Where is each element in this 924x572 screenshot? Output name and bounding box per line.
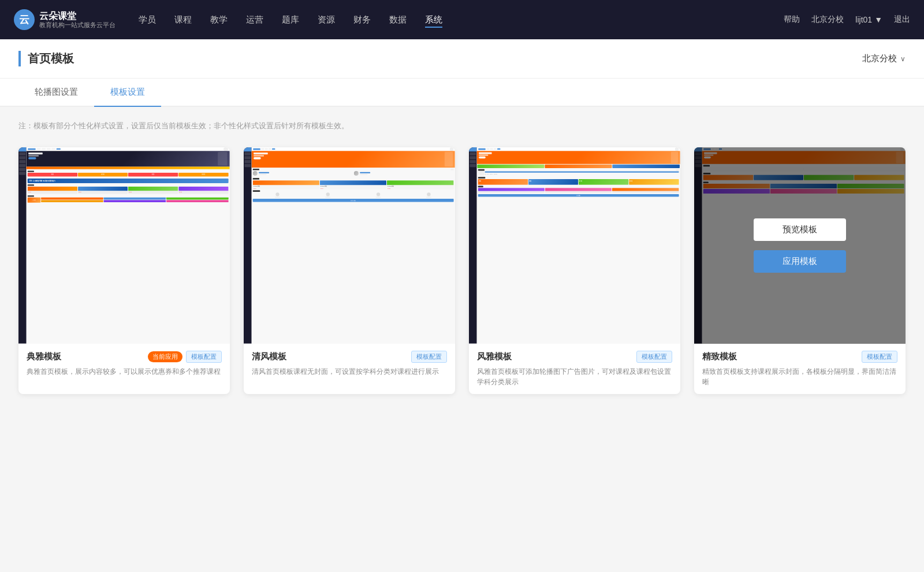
template-preview-fengya: ¥1¥1¥100¥1000 课程 (469, 147, 680, 344)
tabs: 轮播图设置 模板设置 (18, 79, 906, 106)
template-desc-jingzhi: 精致首页模板支持课程展示封面，各模板分隔明显，界面简洁清晰 (702, 366, 897, 387)
template-name-qingfeng: 清风模板 (252, 351, 286, 362)
preview-overlay-jingzhi: 预览模板 应用模板 (694, 147, 906, 344)
nav-item-resources[interactable]: 资源 (318, 12, 335, 28)
template-name-fengya: 风雅模板 (477, 351, 512, 362)
nav-item-courses[interactable]: 课程 (174, 12, 192, 28)
navbar: 云 云朵课堂 教育机构一站式服务云平台 学员 课程 教学 运营 题库 资源 财务… (0, 0, 924, 39)
tab-template[interactable]: 模板设置 (94, 79, 161, 107)
template-grid: ¥30 ¥200 ¥30 ¥200 30天 让你摆脱平庸 知识使你更有魅力 (18, 147, 906, 394)
template-preview-qingfeng: Python课程 ¥499 Python课程 ¥499 (244, 147, 455, 344)
template-name-row-qingfeng: 清风模板 模板配置 (252, 351, 447, 363)
nav-username: lijt01 (855, 15, 872, 24)
tabs-container: 轮播图设置 模板设置 (0, 79, 924, 107)
badge-config-jingzhi[interactable]: 模板配置 (862, 351, 897, 363)
logo: 云 云朵课堂 教育机构一站式服务云平台 (14, 9, 116, 30)
template-card-dianyan: ¥30 ¥200 ¥30 ¥200 30天 让你摆脱平庸 知识使你更有魅力 (18, 147, 230, 394)
template-name-row-fengya: 风雅模板 模板配置 (477, 351, 672, 363)
nav-item-questionbank[interactable]: 题库 (282, 12, 299, 28)
nav-item-teaching[interactable]: 教学 (210, 12, 228, 28)
template-badges-jingzhi: 模板配置 (862, 351, 897, 363)
branch-selector[interactable]: 北京分校 ∨ (862, 53, 906, 64)
branch-selector-label: 北京分校 (862, 53, 897, 64)
template-name-row: 典雅模板 当前应用 模板配置 (27, 351, 222, 363)
logo-icon: 云 (14, 9, 35, 30)
template-name-row-jingzhi: 精致模板 模板配置 (702, 351, 897, 363)
mock-site-fengya: ¥1¥1¥100¥1000 课程 (469, 147, 680, 344)
template-desc-fengya: 风雅首页模板可添加轮播图下广告图片，可对课程及课程包设置学科分类展示 (477, 366, 672, 387)
template-card-jingzhi: 预览模板 应用模板 (694, 147, 906, 394)
notice: 注：模板有部分个性化样式设置，设置后仅当前模板生效；非个性化样式设置后针对所有模… (18, 121, 906, 131)
nav-item-operations[interactable]: 运营 (246, 12, 263, 28)
nav-item-students[interactable]: 学员 (139, 12, 156, 28)
nav-branch[interactable]: 北京分校 (811, 14, 844, 25)
template-preview-dianyan: ¥30 ¥200 ¥30 ¥200 30天 让你摆脱平庸 知识使你更有魅力 (18, 147, 230, 344)
logo-main: 云朵课堂 (39, 10, 116, 21)
template-name: 典雅模板 (27, 351, 61, 362)
nav-item-data[interactable]: 数据 (389, 12, 407, 28)
template-badges-fengya: 模板配置 (636, 351, 672, 363)
btn-apply-jingzhi[interactable]: 应用模板 (754, 250, 846, 273)
page-header: 首页模板 北京分校 ∨ (0, 39, 924, 79)
logo-sub: 教育机构一站式服务云平台 (39, 21, 116, 29)
template-badges-qingfeng: 模板配置 (411, 351, 447, 363)
nav-user[interactable]: lijt01 ▼ (855, 15, 882, 24)
nav-item-system[interactable]: 系统 (425, 12, 442, 28)
nav-user-arrow: ▼ (874, 15, 882, 24)
nav-right: 帮助 北京分校 lijt01 ▼ 退出 (784, 14, 910, 25)
template-info-jingzhi: 精致模板 模板配置 精致首页模板支持课程展示封面，各模板分隔明显，界面简洁清晰 (694, 344, 906, 394)
template-info-fengya: 风雅模板 模板配置 风雅首页模板可添加轮播图下广告图片，可对课程及课程包设置学科… (469, 344, 680, 394)
nav-logout[interactable]: 退出 (894, 14, 910, 25)
mock-site-dianyan: ¥30 ¥200 ¥30 ¥200 30天 让你摆脱平庸 知识使你更有魅力 (18, 147, 230, 344)
logo-text: 云朵课堂 教育机构一站式服务云平台 (39, 10, 116, 29)
template-info-dianyan: 典雅模板 当前应用 模板配置 典雅首页模板，展示内容较多，可以展示优惠券和多个推… (18, 344, 230, 384)
content: 注：模板有部分个性化样式设置，设置后仅当前模板生效；非个性化样式设置后针对所有模… (0, 107, 924, 408)
page-title: 首页模板 (18, 51, 74, 66)
template-card-fengya: ¥1¥1¥100¥1000 课程 (469, 147, 680, 394)
btn-preview-jingzhi[interactable]: 预览模板 (754, 218, 846, 241)
badge-config-fengya[interactable]: 模板配置 (636, 351, 672, 363)
template-card-qingfeng: Python课程 ¥499 Python课程 ¥499 (244, 147, 455, 394)
template-preview-jingzhi: 预览模板 应用模板 (694, 147, 906, 344)
mock-site-qingfeng: Python课程 ¥499 Python课程 ¥499 (244, 147, 455, 344)
template-info-qingfeng: 清风模板 模板配置 清风首页模板课程无封面，可设置按学科分类对课程进行展示 (244, 344, 455, 384)
template-badges: 当前应用 模板配置 (148, 351, 222, 363)
badge-config-dianyan[interactable]: 模板配置 (186, 351, 222, 363)
nav-item-finance[interactable]: 财务 (353, 12, 371, 28)
template-desc-qingfeng: 清风首页模板课程无封面，可设置按学科分类对课程进行展示 (252, 366, 447, 377)
template-desc-dianyan: 典雅首页模板，展示内容较多，可以展示优惠券和多个推荐课程 (27, 366, 222, 377)
template-name-jingzhi: 精致模板 (702, 351, 737, 362)
tab-carousel[interactable]: 轮播图设置 (18, 79, 94, 107)
badge-current-applied: 当前应用 (148, 351, 182, 362)
nav-menu: 学员 课程 教学 运营 题库 资源 财务 数据 系统 (139, 12, 784, 28)
badge-config-qingfeng[interactable]: 模板配置 (411, 351, 447, 363)
chevron-down-icon: ∨ (900, 55, 906, 63)
nav-help[interactable]: 帮助 (784, 14, 800, 25)
